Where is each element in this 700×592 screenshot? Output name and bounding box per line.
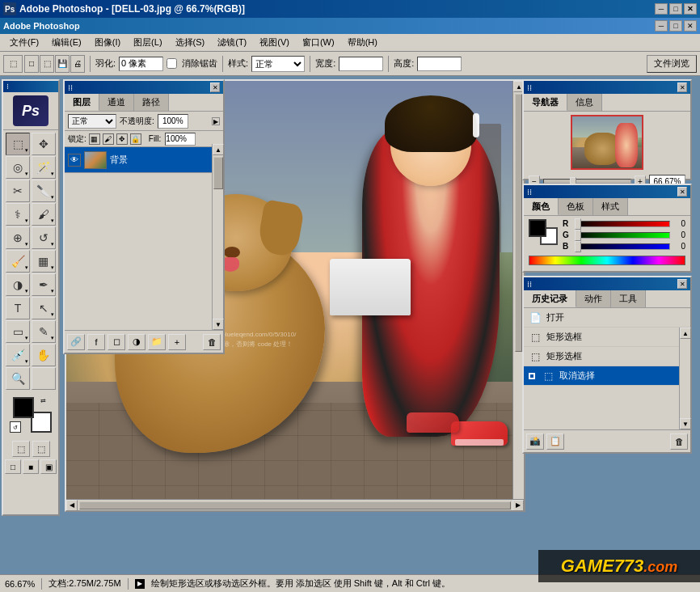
- ps-logo[interactable]: Ps: [13, 95, 48, 126]
- blend-mode-select[interactable]: 正常: [68, 114, 116, 129]
- tool-type[interactable]: T: [6, 297, 30, 319]
- screen-max-btn[interactable]: ▣: [40, 459, 57, 474]
- style-select[interactable]: 正常 固定比例 固定大小: [251, 56, 305, 72]
- r-slider-thumb[interactable]: [575, 218, 581, 230]
- tool-lasso[interactable]: ◎▾: [6, 156, 30, 179]
- tool-shape[interactable]: ▭▾: [6, 320, 30, 343]
- delete-layer-btn[interactable]: 🗑: [203, 334, 221, 350]
- b-slider-track[interactable]: [575, 243, 670, 251]
- screen-standard-btn[interactable]: □: [5, 459, 21, 474]
- history-item-open[interactable]: 📄 打开: [524, 308, 690, 328]
- tool-dodge[interactable]: ◑▾: [6, 273, 30, 296]
- image-scrollbar-horizontal[interactable]: ◀ ▶: [66, 499, 524, 510]
- lock-image-btn[interactable]: 🖌: [103, 133, 114, 145]
- tool-move[interactable]: ✥: [32, 133, 56, 155]
- paths-tab[interactable]: 路径: [134, 94, 169, 111]
- tool-pen[interactable]: ✒▾: [32, 273, 56, 296]
- menu-file[interactable]: 文件(F): [3, 35, 45, 50]
- actions-tab[interactable]: 动作: [576, 290, 611, 307]
- quick-mask-btn[interactable]: ⬚: [32, 441, 50, 457]
- history-snapshot-btn[interactable]: 📸: [526, 433, 544, 450]
- file-browse-button[interactable]: 文件浏览: [647, 55, 697, 73]
- menu-select[interactable]: 选择(S): [169, 35, 212, 50]
- lock-position-btn[interactable]: ✥: [116, 133, 128, 145]
- history-delete-btn[interactable]: 🗑: [670, 433, 688, 450]
- tool-path-select[interactable]: ↖▾: [32, 297, 56, 319]
- color-panel-titlebar[interactable]: ⁞⁞ ✕: [524, 185, 690, 198]
- layers-scroll-thumb[interactable]: [213, 157, 223, 189]
- r-slider-track[interactable]: [575, 220, 670, 228]
- inner-close-btn[interactable]: ✕: [684, 20, 697, 32]
- tool-zoom[interactable]: 🔍: [6, 367, 30, 390]
- layer-visibility-btn[interactable]: 👁: [68, 154, 81, 167]
- tool-crop[interactable]: ✂: [6, 180, 30, 202]
- inner-restore-btn[interactable]: □: [669, 20, 682, 32]
- nav-thumbnail[interactable]: [571, 115, 643, 170]
- group-btn[interactable]: 📁: [148, 334, 166, 350]
- status-nav-btn[interactable]: ▶: [135, 579, 145, 589]
- tool-eyedropper[interactable]: 💉▾: [6, 344, 30, 366]
- g-slider-track[interactable]: [575, 231, 670, 239]
- fill-input[interactable]: [165, 133, 196, 146]
- history-item-deselect[interactable]: ⬚ 取消选择: [524, 366, 690, 386]
- print-btn[interactable]: 🖨: [70, 55, 85, 73]
- history-panel-close-btn[interactable]: ✕: [677, 279, 687, 289]
- navigator-panel-titlebar[interactable]: ⁞⁞ ✕: [524, 81, 690, 94]
- scroll-right-btn[interactable]: ▶: [512, 500, 524, 511]
- info-tab[interactable]: 信息: [567, 94, 602, 111]
- tool-clone[interactable]: ⊕▾: [6, 226, 30, 249]
- color-fg-swatch-display[interactable]: [529, 219, 546, 237]
- layers-panel-close-btn[interactable]: ✕: [210, 82, 220, 92]
- menu-layer[interactable]: 图层(L): [127, 35, 168, 50]
- history-new-doc-btn[interactable]: 📋: [546, 433, 564, 450]
- history-panel-titlebar[interactable]: ⁞⁞ ✕: [524, 277, 690, 290]
- tool-eraser[interactable]: 🧹▾: [6, 250, 30, 273]
- switch-colors-icon[interactable]: ⇄: [40, 397, 52, 408]
- scroll-thumb-h[interactable]: [79, 501, 511, 510]
- maximize-button[interactable]: □: [669, 3, 682, 15]
- tool-preset-btn[interactable]: ⬚: [3, 55, 23, 73]
- opacity-input[interactable]: [158, 114, 188, 129]
- swatches-tab[interactable]: 色板: [559, 198, 593, 215]
- tool-history-brush[interactable]: ↺▾: [32, 226, 56, 249]
- layers-scroll-down[interactable]: ▼: [213, 319, 224, 330]
- color-panel-close-btn[interactable]: ✕: [677, 187, 687, 197]
- history-scrollbar[interactable]: ▲ ▼: [679, 328, 690, 429]
- navigator-tab[interactable]: 导航器: [524, 94, 567, 111]
- menu-window[interactable]: 窗口(W): [296, 35, 341, 50]
- inner-minimize-btn[interactable]: ─: [655, 20, 668, 32]
- styles-tab[interactable]: 样式: [593, 198, 628, 215]
- tool-heal[interactable]: ⚕▾: [6, 203, 30, 226]
- menu-image[interactable]: 图像(I): [88, 35, 127, 50]
- scroll-thumb-v[interactable]: [515, 94, 522, 352]
- tool-brush[interactable]: 🖌▾: [32, 203, 56, 226]
- b-slider-thumb[interactable]: [575, 241, 581, 252]
- layers-scrollbar[interactable]: ▲ ▼: [212, 144, 223, 330]
- tool-hand[interactable]: ✋: [32, 344, 56, 366]
- new-btn[interactable]: □: [24, 55, 39, 73]
- panel-menu-btn[interactable]: ▶: [212, 117, 220, 125]
- width-input[interactable]: [339, 57, 383, 71]
- history-scroll-up[interactable]: ▲: [680, 328, 691, 339]
- layers-panel-titlebar[interactable]: ⁞⁞ ✕: [65, 81, 223, 94]
- tool-notes[interactable]: ✎▾: [32, 320, 56, 343]
- reset-colors-icon[interactable]: ↺: [10, 421, 21, 433]
- navigator-close-btn[interactable]: ✕: [677, 82, 687, 92]
- menu-help[interactable]: 帮助(H): [341, 35, 384, 50]
- color-spectrum[interactable]: [529, 256, 685, 265]
- close-button[interactable]: ✕: [684, 3, 697, 15]
- history-item-rect1[interactable]: ⬚ 矩形选框: [524, 328, 690, 347]
- save-btn[interactable]: 💾: [55, 55, 70, 73]
- open-btn[interactable]: ⬚: [40, 55, 54, 73]
- layers-tab[interactable]: 图层: [65, 94, 99, 111]
- menu-view[interactable]: 视图(V): [253, 35, 296, 50]
- fg-color-swatch[interactable]: [13, 397, 34, 418]
- tool-marquee[interactable]: ⬚▾: [6, 133, 30, 155]
- antialias-checkbox[interactable]: [167, 58, 177, 69]
- g-slider-thumb[interactable]: [575, 230, 581, 241]
- layers-scroll-up[interactable]: ▲: [213, 144, 224, 155]
- tools-panel-title[interactable]: ⁞: [3, 81, 58, 92]
- tool-wand[interactable]: 🪄▾: [32, 156, 56, 179]
- link-layers-btn[interactable]: 🔗: [67, 334, 85, 350]
- layer-style-btn[interactable]: f: [87, 334, 105, 350]
